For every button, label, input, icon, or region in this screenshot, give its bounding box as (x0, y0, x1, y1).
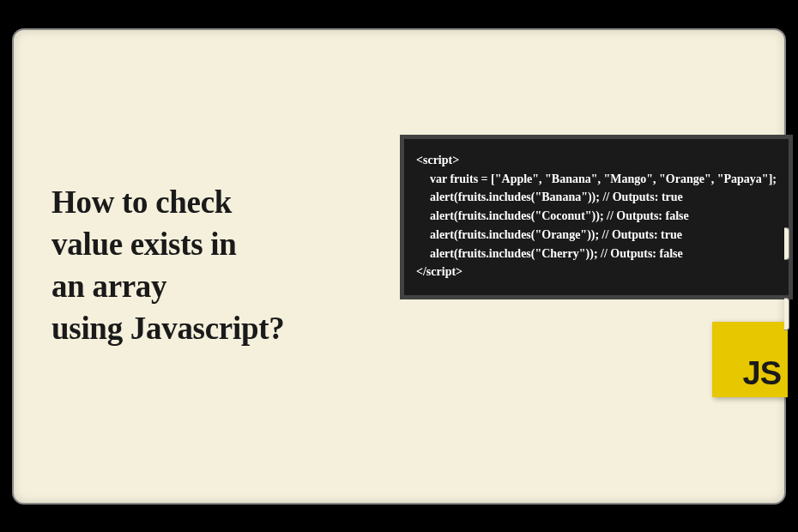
code-line: alert(fruits.includes("Banana")); // Out… (416, 188, 777, 207)
title-line: value exists in (51, 227, 236, 262)
card-tab-decoration (784, 298, 789, 330)
javascript-logo-icon: JS (712, 322, 788, 397)
slide-title: How to check value exists in an array us… (51, 182, 386, 349)
code-line: <script> (416, 151, 777, 170)
code-line: var fruits = ["Apple", "Banana", "Mango"… (416, 170, 777, 189)
right-column: <script> var fruits = ["Apple", "Banana"… (400, 135, 793, 397)
title-column: How to check value exists in an array us… (51, 182, 386, 349)
title-line: an array (51, 269, 166, 304)
code-line: </script> (416, 263, 777, 281)
title-line: How to check (51, 184, 232, 220)
code-line: alert(fruits.includes("Coconut")); // Ou… (416, 207, 777, 226)
logo-text: JS (743, 355, 781, 392)
slide-card: How to check value exists in an array us… (12, 28, 786, 505)
card-tab-decoration (784, 227, 789, 260)
code-line: alert(fruits.includes("Cherry")); // Out… (416, 245, 777, 263)
code-snippet-box: <script> var fruits = ["Apple", "Banana"… (400, 135, 793, 299)
code-line: alert(fruits.includes("Orange")); // Out… (416, 226, 777, 245)
title-line: using Javascript? (51, 311, 284, 346)
